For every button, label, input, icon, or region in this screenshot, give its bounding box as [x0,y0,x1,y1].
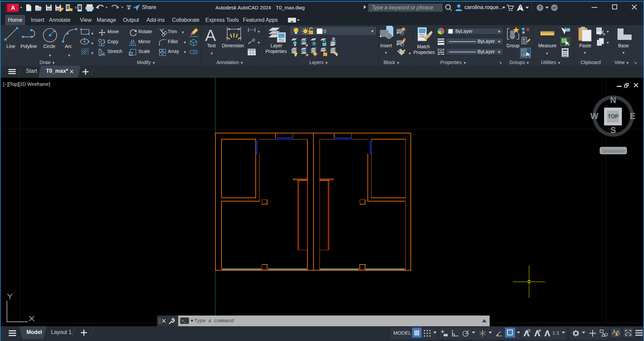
svg-text:?: ? [539,5,542,10]
svg-text:S: S [610,125,616,135]
svg-text:W: W [590,111,598,121]
svg-text:A: A [11,5,15,11]
svg-text:E: E [630,111,636,121]
svg-text:N: N [610,95,616,105]
svg-text:TOP: TOP [608,114,619,119]
